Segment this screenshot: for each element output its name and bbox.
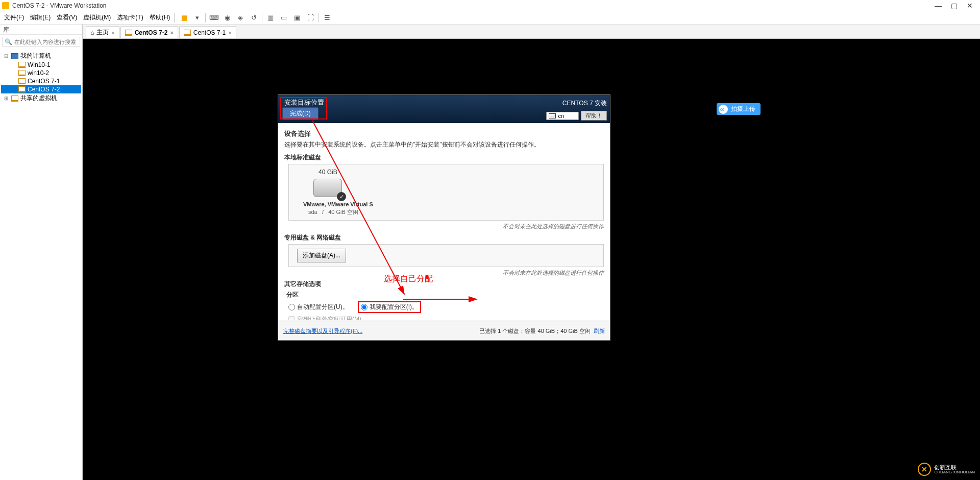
pause-icon[interactable]: ▮▮ <box>179 13 189 23</box>
menu-vm[interactable]: 虚拟机(M) <box>83 13 111 22</box>
disk-item[interactable]: 40 GiB ✓ VMware, VMware Virtual S sda / … <box>288 164 604 221</box>
vm-icon <box>184 30 191 36</box>
vm-icon <box>18 62 26 68</box>
help-button[interactable]: 帮助！ <box>581 111 607 121</box>
shared-icon <box>11 95 18 102</box>
tab-close-icon[interactable]: × <box>170 30 173 36</box>
expand-icon[interactable]: ⊞ <box>4 95 9 101</box>
search-icon: 🔍 <box>5 38 12 45</box>
minimize-button[interactable]: — <box>935 2 942 10</box>
section-special-disk: 专用磁盘 & 网络磁盘 <box>284 233 604 242</box>
menu-help[interactable]: 帮助(H) <box>150 13 170 22</box>
checkbox-label: 我想让额外空间可用(M)。 <box>297 315 368 320</box>
menu-tabs[interactable]: 选项卡(T) <box>117 13 143 22</box>
installer-product-title: CENTOS 7 安装 <box>562 99 607 108</box>
disk-name: VMware, VMware Virtual S <box>303 201 599 207</box>
menu-view[interactable]: 查看(V) <box>57 13 77 22</box>
installer-header: 安装目标位置 完成(D) CENTOS 7 安装 cn 帮助！ <box>278 95 610 123</box>
tab-close-icon[interactable]: × <box>111 30 114 36</box>
installer-title: 安装目标位置 <box>284 98 324 107</box>
tree-label: CentOS 7-1 <box>28 78 60 85</box>
library-toggle-icon[interactable]: ☰ <box>322 13 332 23</box>
separator <box>318 13 319 22</box>
tree-root-mycomputer[interactable]: ⊟ 我的计算机 <box>1 51 81 61</box>
collapse-icon[interactable]: ⊟ <box>4 53 9 59</box>
tree-label: CentOS 7-2 <box>28 86 60 93</box>
separator <box>205 13 206 22</box>
tabbar: ⌂ 主页 × CentOS 7-2 × CentOS 7-1 × <box>83 25 980 39</box>
sidebar-header: 库 <box>0 25 82 35</box>
disk-icon: ✓ <box>313 179 344 199</box>
close-button[interactable]: ✕ <box>967 2 973 10</box>
vm-icon <box>125 30 132 36</box>
cloud-icon: ∞ <box>720 106 725 113</box>
partition-label: 分区 <box>286 291 604 299</box>
tree-root-shared[interactable]: ⊞ 共享的虚拟机 <box>1 93 81 103</box>
add-disk-button[interactable]: 添加磁盘(A)... <box>297 249 346 262</box>
search-input[interactable] <box>14 39 85 45</box>
tab-label: CentOS 7-1 <box>193 29 226 36</box>
view-unity-icon[interactable]: ▭ <box>279 13 289 23</box>
tab-centos7-2[interactable]: CentOS 7-2 × <box>120 26 178 38</box>
separator <box>262 13 262 22</box>
vm-display[interactable]: ∞ 拍摄上传 安装目标位置 完成(D) CENTOS 7 安装 cn 帮助！ <box>83 39 980 480</box>
tree-label: win10-2 <box>28 69 49 77</box>
menu-edit[interactable]: 编辑(E) <box>30 13 51 22</box>
tab-home[interactable]: ⌂ 主页 × <box>86 26 119 38</box>
revert-icon[interactable]: ↺ <box>249 13 259 23</box>
sidebar: 库 🔍 ⊟ 我的计算机 Win10-1 win10-2 CentOS 7-1 C… <box>0 25 83 480</box>
vm-tree: ⊟ 我的计算机 Win10-1 win10-2 CentOS 7-1 CentO… <box>0 49 82 105</box>
upload-badge[interactable]: ∞ 拍摄上传 <box>717 103 761 115</box>
disk-size: 40 GiB <box>318 169 599 176</box>
menu-file[interactable]: 文件(F) <box>4 13 24 22</box>
tree-item-win10-2[interactable]: win10-2 <box>1 69 81 77</box>
search-box[interactable]: 🔍 <box>2 37 80 47</box>
radio-label: 我要配置分区(I)。 <box>370 303 418 311</box>
snapshot-mgr-icon[interactable]: ◈ <box>235 13 246 23</box>
maximize-button[interactable]: ▢ <box>951 2 958 10</box>
logo-icon: ✕ <box>918 463 931 476</box>
radio-input[interactable] <box>288 304 295 310</box>
snapshot-icon[interactable]: ◉ <box>222 13 232 23</box>
keyboard-icon <box>549 113 556 118</box>
radio-label: 自动配置分区(U)。 <box>297 303 349 311</box>
app-icon <box>2 2 9 9</box>
power-dropdown-icon[interactable]: ▾ <box>192 13 202 23</box>
tree-item-win10-1[interactable]: Win10-1 <box>1 61 81 69</box>
section-other-storage: 其它存储选项 <box>284 280 604 289</box>
watermark-logo: ✕ 创新互联 CHUANG XINHULIAN <box>918 463 975 476</box>
vm-icon <box>18 70 26 76</box>
send-keys-icon[interactable]: ⌨ <box>209 13 219 23</box>
section-device-select: 设备选择 <box>284 129 604 138</box>
tree-label: Win10-1 <box>28 61 51 68</box>
tree-item-centos7-1[interactable]: CentOS 7-1 <box>1 77 81 85</box>
footer-status: 已选择 1 个磁盘；容量 40 GiB；40 GiB 空闲 <box>479 328 591 334</box>
computer-icon <box>11 53 18 59</box>
installer-window: 安装目标位置 完成(D) CENTOS 7 安装 cn 帮助！ 设备选择 选择要… <box>278 95 610 340</box>
device-select-desc: 选择要在其中安装系统的设备。点击主菜单中的"开始安装"按钮前不会对该设备进行任何… <box>284 140 604 149</box>
radio-manual-partition[interactable]: 我要配置分区(I)。 <box>358 301 421 313</box>
tab-close-icon[interactable]: × <box>228 30 231 36</box>
logo-text: 创新互联 <box>934 465 975 470</box>
view-fullscreen-icon[interactable]: ⛶ <box>305 13 315 23</box>
checkbox-input[interactable] <box>288 316 295 320</box>
refresh-link[interactable]: 刷新 <box>594 328 605 334</box>
disk-note: 不会对未在此处选择的磁盘进行任何操作 <box>284 223 604 230</box>
tab-label: 主页 <box>96 28 109 37</box>
window-title: CentOS 7-2 - VMware Workstation <box>12 2 107 9</box>
titlebar: CentOS 7-2 - VMware Workstation — ▢ ✕ <box>0 0 980 11</box>
done-button[interactable]: 完成(D) <box>282 107 318 120</box>
tree-item-centos7-2[interactable]: CentOS 7-2 <box>1 85 81 93</box>
installer-body: 设备选择 选择要在其中安装系统的设备。点击主菜单中的"开始安装"按钮前不会对该设… <box>278 123 610 320</box>
keyboard-layout-selector[interactable]: cn <box>546 112 579 120</box>
logo-subtext: CHUANG XINHULIAN <box>934 470 975 474</box>
radio-input[interactable] <box>361 304 368 310</box>
tab-centos7-1[interactable]: CentOS 7-1 × <box>179 26 236 38</box>
section-local-disk: 本地标准磁盘 <box>284 153 604 162</box>
radio-auto-partition[interactable]: 自动配置分区(U)。 <box>288 303 349 311</box>
view-console-icon[interactable]: ▣ <box>292 13 302 23</box>
disk-summary-link[interactable]: 完整磁盘摘要以及引导程序(F)... <box>283 327 362 335</box>
checkbox-extra-space[interactable]: 我想让额外空间可用(M)。 <box>288 315 604 320</box>
view-split-icon[interactable]: ▥ <box>265 13 276 23</box>
tree-label: 我的计算机 <box>20 52 51 60</box>
